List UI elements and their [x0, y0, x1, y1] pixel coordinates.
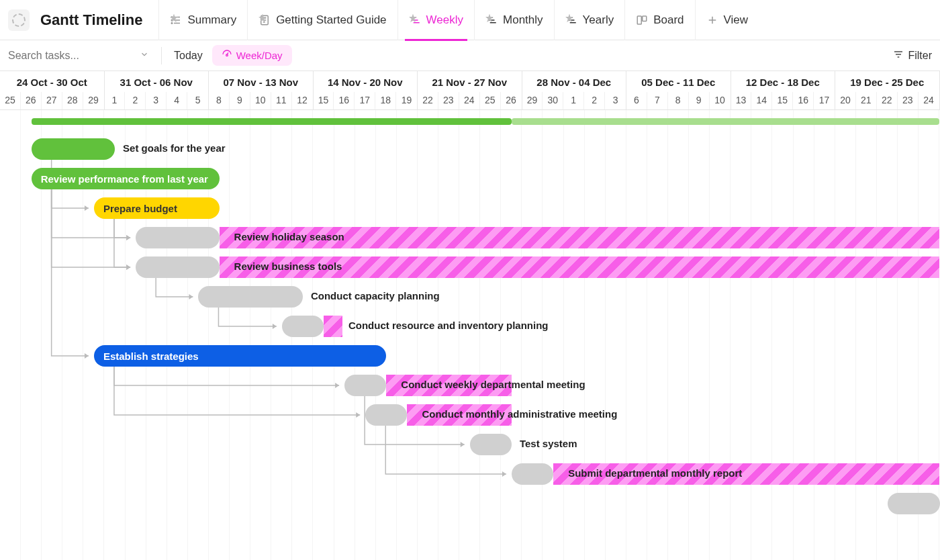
day-header: 18	[375, 92, 396, 109]
board-icon	[636, 14, 648, 26]
day-header: 7	[647, 92, 668, 109]
task-label: Conduct weekly departmental meeting	[401, 379, 585, 390]
task-label: Review holiday season	[234, 231, 344, 242]
task-bar[interactable]	[512, 463, 553, 485]
week-column: 07 Nov - 13 Nov89101112	[209, 71, 314, 109]
day-header: 3	[146, 92, 167, 109]
week-label: 19 Dec - 25 Dec	[835, 71, 939, 92]
task-label: Conduct monthly administrative meeting	[422, 408, 617, 420]
tab-monthly[interactable]: Monthly	[474, 0, 554, 40]
day-header: 17	[355, 92, 375, 109]
svg-rect-19	[637, 16, 641, 24]
week-label: 12 Dec - 18 Dec	[731, 71, 835, 92]
tab-label: Getting Started Guide	[276, 13, 386, 27]
task-bar[interactable]: Establish strategies	[94, 345, 386, 367]
day-header: 1	[105, 92, 126, 109]
day-header: 4	[167, 92, 187, 109]
day-header: 9	[230, 92, 250, 109]
svg-point-23	[226, 54, 228, 56]
day-header: 8	[209, 92, 230, 109]
day-header: 29	[83, 92, 104, 109]
summary-bar-solid[interactable]	[32, 118, 512, 125]
day-header: 30	[543, 92, 563, 109]
day-header: 21	[856, 92, 877, 109]
day-header: 16	[793, 92, 814, 109]
task-bar[interactable]	[32, 138, 115, 160]
task-bar-extension[interactable]	[324, 316, 342, 337]
task-label: Set goals for the year	[123, 142, 226, 154]
task-label: Conduct resource and inventory planning	[348, 320, 549, 331]
tab-addview[interactable]: View	[695, 0, 759, 40]
day-header: 2	[125, 92, 146, 109]
task-bar[interactable]	[282, 316, 324, 337]
week-label: 14 Nov - 20 Nov	[314, 71, 418, 92]
day-header: 22	[877, 92, 898, 109]
task-bar[interactable]	[365, 404, 407, 426]
day-header: 27	[42, 92, 62, 109]
task-bar[interactable]	[470, 434, 512, 455]
app-logo	[8, 9, 30, 31]
filter-button[interactable]: Filter	[893, 49, 932, 62]
day-header: 15	[772, 92, 793, 109]
day-header: 24	[459, 92, 480, 109]
day-header: 29	[522, 92, 543, 109]
tab-weekly[interactable]: Weekly	[397, 0, 474, 40]
task-bar[interactable]: Prepare budget	[94, 197, 220, 219]
search-chevron-icon[interactable]	[140, 50, 149, 62]
filter-icon	[893, 49, 904, 62]
week-column: 14 Nov - 20 Nov1516171819	[314, 71, 418, 109]
tab-label: View	[724, 13, 749, 27]
week-label: 24 Oct - 30 Oct	[0, 71, 104, 92]
task-bar[interactable]	[136, 227, 219, 248]
day-header: 12	[292, 92, 313, 109]
day-header: 20	[835, 92, 856, 109]
tab-label: Weekly	[426, 13, 463, 27]
tab-summary[interactable]: Summary	[158, 0, 247, 40]
day-header: 3	[605, 92, 626, 109]
day-header: 23	[898, 92, 919, 109]
tab-yearly[interactable]: Yearly	[554, 0, 625, 40]
tab-label: Summary	[187, 13, 236, 27]
week-column: 05 Dec - 11 Dec678910	[626, 71, 731, 109]
list-icon	[170, 14, 182, 26]
day-header: 10	[710, 92, 731, 109]
task-label: Review business tools	[234, 261, 342, 272]
day-header: 1	[563, 92, 584, 109]
page-title: Gantt Timeline	[40, 11, 142, 29]
tab-guide[interactable]: Getting Started Guide	[247, 0, 397, 40]
task-bar[interactable]	[198, 286, 303, 308]
search-input[interactable]	[8, 47, 136, 64]
tab-board[interactable]: Board	[624, 0, 694, 40]
task-bar[interactable]	[344, 375, 386, 396]
day-header: 13	[731, 92, 752, 109]
week-label: 21 Nov - 27 Nov	[418, 71, 522, 92]
day-header: 25	[0, 92, 21, 109]
summary-bar-light[interactable]	[512, 118, 940, 125]
today-button[interactable]: Today	[174, 50, 203, 62]
week-column: 21 Nov - 27 Nov2223242526	[418, 71, 522, 109]
task-label: Submit departmental monthly report	[568, 467, 742, 479]
task-label: Conduct capacity planning	[311, 290, 440, 301]
task-bar[interactable]	[888, 493, 940, 514]
week-column: 31 Oct - 06 Nov12345	[105, 71, 209, 109]
task-bar[interactable]	[136, 256, 219, 278]
week-label: 05 Dec - 11 Dec	[626, 71, 731, 92]
header-bar: Gantt Timeline SummaryGetting Started Gu…	[0, 0, 940, 40]
day-header: 24	[919, 92, 939, 109]
day-header: 17	[814, 92, 835, 109]
day-header: 16	[334, 92, 355, 109]
gantt-chart[interactable]: Set goals for the yearReview performance…	[0, 110, 940, 560]
day-header: 14	[751, 92, 772, 109]
gantt-icon	[409, 14, 421, 26]
day-header: 2	[584, 92, 605, 109]
tab-label: Board	[653, 13, 684, 27]
range-selector[interactable]: Week/Day	[212, 45, 292, 66]
task-bar[interactable]: Review performance from last year	[32, 168, 220, 189]
day-header: 26	[501, 92, 522, 109]
day-header: 6	[626, 92, 647, 109]
day-header: 11	[271, 92, 292, 109]
day-header: 23	[438, 92, 459, 109]
gauge-icon	[222, 49, 232, 62]
timeline-header: 24 Oct - 30 Oct252627282931 Oct - 06 Nov…	[0, 71, 940, 110]
day-header: 8	[668, 92, 689, 109]
